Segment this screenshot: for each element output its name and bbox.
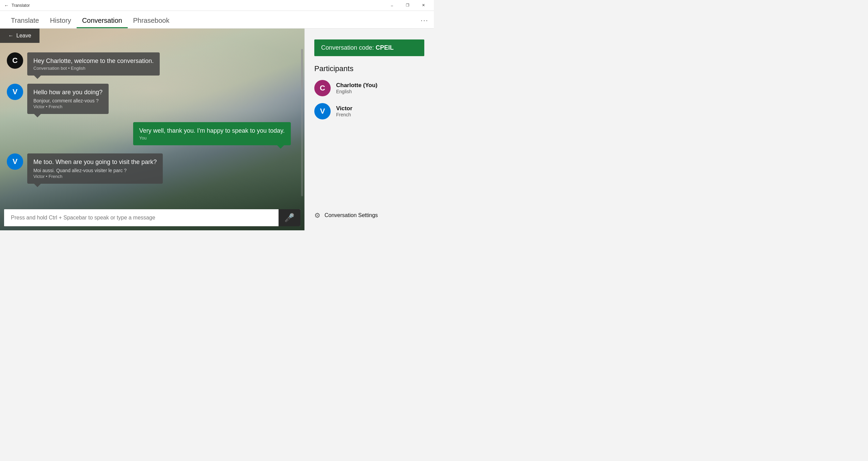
participant-language: French — [336, 112, 352, 117]
participant-info: Victor French — [336, 105, 352, 117]
avatar: V — [7, 84, 23, 100]
gear-icon: ⚙ — [314, 211, 320, 219]
title-bar-left: ← Translator — [4, 3, 30, 8]
conversation-panel: ← Leave C Hey Charlotte, welcome to the … — [0, 29, 304, 230]
leave-button[interactable]: ← Leave — [0, 29, 40, 43]
bubble-meta: Conversation bot • English — [33, 66, 154, 71]
bubble-sub-text: Bonjour, comment allez-vous ? — [33, 98, 102, 103]
message-row: C Hey Charlotte, welcome to the conversa… — [7, 52, 298, 76]
bubble-meta: Victor • French — [33, 104, 102, 109]
settings-label: Conversation Settings — [325, 212, 378, 218]
participants-heading: Participants — [314, 64, 424, 73]
leave-label: Leave — [16, 33, 31, 39]
participant-row: C Charlotte (You) English — [314, 80, 424, 96]
scrollbar-track[interactable] — [301, 49, 303, 196]
bubble-meta: Victor • French — [33, 174, 157, 179]
message-bubble: Hey Charlotte, welcome to the conversati… — [27, 52, 160, 76]
close-button[interactable]: ✕ — [415, 0, 431, 11]
bubble-main-text: Hello how are you doing? — [33, 88, 102, 96]
tab-history[interactable]: History — [45, 11, 77, 28]
participants-section: Participants C Charlotte (You) English V… — [314, 64, 424, 126]
bubble-main-text: Me too. When are you going to visit the … — [33, 158, 157, 166]
tab-translate[interactable]: Translate — [5, 11, 45, 28]
mic-icon: 🎤 — [284, 213, 295, 223]
nav-more-button[interactable]: ··· — [421, 16, 428, 24]
title-bar: ← Translator – ❐ ✕ — [0, 0, 434, 11]
avatar: C — [7, 52, 23, 69]
participant-name: Victor — [336, 105, 352, 112]
window-controls: – ❐ ✕ — [384, 0, 431, 11]
avatar: V — [7, 153, 23, 170]
settings-row[interactable]: ⚙ Conversation Settings — [314, 204, 424, 219]
right-sidebar: Conversation code: CPEIL Participants C … — [304, 29, 434, 230]
bubble-meta: You — [139, 135, 285, 141]
messages-container: C Hey Charlotte, welcome to the conversa… — [0, 29, 304, 230]
app-title: Translator — [12, 3, 30, 8]
mic-button[interactable]: 🎤 — [279, 209, 300, 226]
participant-avatar: C — [314, 80, 331, 96]
message-bubble: Me too. When are you going to visit the … — [27, 153, 163, 183]
participant-avatar: V — [314, 103, 331, 119]
back-arrow-icon[interactable]: ← — [4, 3, 9, 8]
minimize-button[interactable]: – — [384, 0, 400, 11]
message-bubble-self: Very well, thank you. I'm happy to speak… — [133, 122, 291, 145]
bubble-main-text: Hey Charlotte, welcome to the conversati… — [33, 57, 154, 65]
message-row: V Hello how are you doing? Bonjour, comm… — [7, 84, 298, 114]
message-input[interactable] — [4, 209, 279, 226]
participant-row: V Victor French — [314, 103, 424, 119]
maximize-button[interactable]: ❐ — [400, 0, 415, 11]
tab-phrasebook[interactable]: Phrasebook — [128, 11, 175, 28]
bubble-main-text: Very well, thank you. I'm happy to speak… — [139, 127, 285, 135]
participant-name: Charlotte (You) — [336, 82, 378, 89]
main-layout: ← Leave C Hey Charlotte, welcome to the … — [0, 29, 434, 230]
code-label: Conversation code: — [321, 44, 374, 51]
leave-arrow-icon: ← — [8, 33, 14, 39]
tab-conversation[interactable]: Conversation — [77, 11, 128, 28]
message-input-area: 🎤 — [4, 209, 300, 226]
code-value: CPEIL — [376, 44, 394, 51]
nav-tabs: Translate History Conversation Phraseboo… — [0, 11, 434, 29]
scrollbar-thumb[interactable] — [301, 49, 303, 90]
message-row: V Me too. When are you going to visit th… — [7, 153, 298, 183]
participant-info: Charlotte (You) English — [336, 82, 378, 94]
conversation-code-badge: Conversation code: CPEIL — [314, 39, 424, 56]
participant-language: English — [336, 89, 378, 94]
message-row-self: Very well, thank you. I'm happy to speak… — [7, 122, 298, 145]
message-bubble: Hello how are you doing? Bonjour, commen… — [27, 84, 109, 114]
bubble-sub-text: Moi aussi. Quand allez-vous visiter le p… — [33, 168, 157, 173]
